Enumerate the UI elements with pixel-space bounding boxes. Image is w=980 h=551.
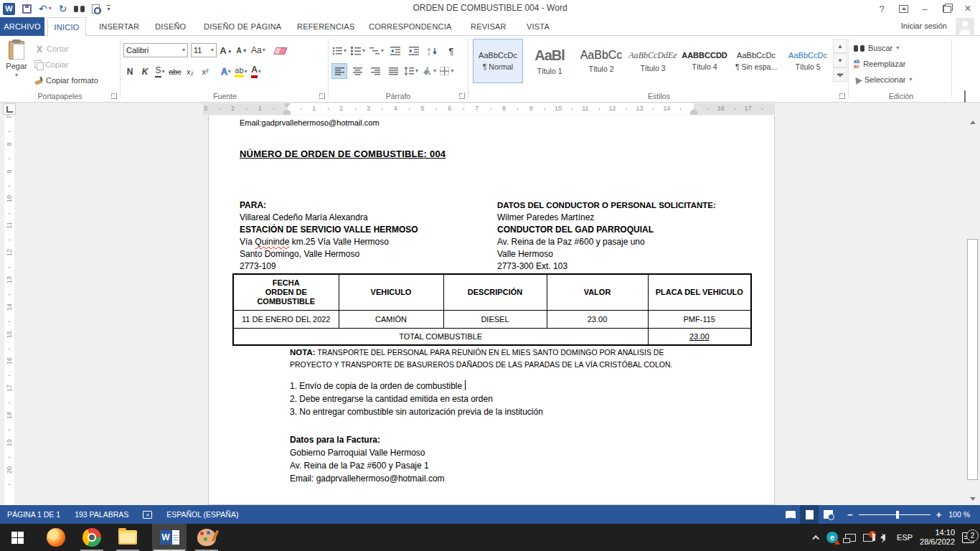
show-marks-button[interactable]: ¶ bbox=[443, 43, 459, 59]
styles-more-button[interactable]: ▬▼ bbox=[833, 67, 847, 82]
styles-dialog-launcher[interactable] bbox=[839, 93, 845, 99]
user-avatar[interactable] bbox=[956, 18, 974, 35]
tab-diseno[interactable]: DISEÑO bbox=[146, 17, 194, 36]
col-valor: VALOR bbox=[547, 274, 648, 310]
restore-button[interactable] bbox=[936, 1, 957, 17]
paste-button[interactable]: Pegar ▾ bbox=[3, 38, 30, 98]
tray-expand-icon[interactable] bbox=[812, 534, 819, 542]
style-titulo-2[interactable]: AaBbCcTítulo 2 bbox=[576, 39, 626, 83]
superscript-button[interactable]: x² bbox=[199, 65, 212, 79]
style-titulo-3[interactable]: AaBbCcDdEeTítulo 3 bbox=[628, 39, 678, 83]
close-button[interactable]: × bbox=[957, 1, 979, 17]
taskbar-paint[interactable] bbox=[192, 524, 221, 551]
multilevel-list-button[interactable]: ▾ bbox=[369, 43, 385, 59]
grow-font-button[interactable]: A▲ bbox=[220, 43, 232, 57]
read-mode-button[interactable] bbox=[781, 505, 800, 524]
scroll-up-button[interactable] bbox=[967, 116, 978, 128]
font-family-select[interactable]: Calibri▾ bbox=[123, 43, 188, 57]
borders-button[interactable]: ▾ bbox=[439, 63, 455, 79]
strikethrough-button[interactable]: abc bbox=[169, 65, 182, 79]
first-line-indent-marker[interactable] bbox=[283, 103, 291, 108]
paragraph-dialog-launcher[interactable] bbox=[458, 93, 465, 99]
tab-vista[interactable]: VISTA bbox=[518, 17, 558, 36]
shading-button[interactable]: ▾ bbox=[421, 63, 437, 79]
format-painter-button[interactable]: Copiar formato bbox=[34, 72, 98, 88]
keyboard-language[interactable]: ESP bbox=[897, 533, 913, 542]
print-layout-button[interactable] bbox=[800, 505, 819, 524]
align-left-button[interactable] bbox=[331, 63, 347, 79]
zoom-out-button[interactable]: − bbox=[847, 509, 853, 520]
sign-in-link[interactable]: Iniciar sesión bbox=[901, 22, 947, 30]
zoom-slider-thumb[interactable] bbox=[896, 511, 899, 519]
font-color-button[interactable]: A▾ bbox=[250, 65, 263, 79]
document-page[interactable]: Email:gadprvallehermoso@hotmail.com NÚME… bbox=[208, 116, 775, 505]
align-center-button[interactable] bbox=[349, 63, 365, 79]
clipboard-dialog-launcher[interactable] bbox=[110, 93, 117, 99]
minimize-button[interactable]: – bbox=[914, 1, 936, 17]
subscript-button[interactable]: x₂ bbox=[184, 65, 197, 79]
font-dialog-launcher[interactable] bbox=[319, 93, 325, 99]
style-titulo-5[interactable]: AaBbCcDcTítulo 5 bbox=[783, 39, 833, 83]
proofing-status[interactable]: × bbox=[136, 505, 159, 524]
h-ruler[interactable]: 12312345678910111213141617 bbox=[0, 103, 980, 116]
styles-scroll-down[interactable]: ▼ bbox=[833, 53, 847, 67]
text-effects-button[interactable]: A▾ bbox=[220, 65, 232, 79]
tab-referencias[interactable]: REFERENCIAS bbox=[288, 17, 363, 36]
scroll-down-button[interactable] bbox=[967, 493, 978, 504]
change-case-button[interactable]: Aa▾ bbox=[251, 43, 265, 57]
help-button[interactable]: ? bbox=[871, 1, 892, 17]
web-layout-button[interactable] bbox=[819, 505, 837, 524]
taskbar-clock[interactable]: 14:10 28/6/2022 bbox=[920, 528, 955, 547]
zoom-slider[interactable] bbox=[859, 514, 930, 515]
page-indicator[interactable]: PÁGINA 1 DE 1 bbox=[0, 505, 67, 524]
find-button[interactable]: Buscar▾ bbox=[854, 40, 913, 56]
speaker-icon[interactable] bbox=[880, 534, 885, 541]
font-size-select[interactable]: 11▾ bbox=[191, 43, 217, 57]
styles-scroll-up[interactable]: ▲ bbox=[833, 39, 847, 53]
align-right-button[interactable] bbox=[367, 63, 383, 79]
taskbar-word[interactable]: W bbox=[152, 524, 187, 551]
justify-button[interactable] bbox=[385, 63, 401, 79]
italic-button[interactable]: K bbox=[138, 65, 151, 79]
vertical-scrollbar[interactable] bbox=[966, 116, 979, 505]
action-center-icon[interactable] bbox=[863, 534, 873, 542]
clear-formatting-button[interactable] bbox=[274, 43, 287, 57]
word-count[interactable]: 193 PALABRAS bbox=[67, 505, 136, 524]
bullets-button[interactable]: ▾ bbox=[331, 43, 347, 59]
copy-button[interactable]: Copiar bbox=[34, 57, 98, 72]
line-spacing-button[interactable]: ▾ bbox=[403, 63, 419, 79]
tab-archivo[interactable]: ARCHIVO bbox=[0, 17, 44, 36]
ribbon-display-button[interactable] bbox=[892, 1, 914, 17]
highlight-color-button[interactable]: ab▾ bbox=[235, 65, 248, 79]
style-titulo-1[interactable]: AaBlTítulo 1 bbox=[524, 39, 575, 83]
tab-revisar[interactable]: REVISAR bbox=[462, 17, 515, 36]
increase-indent-button[interactable] bbox=[406, 43, 422, 59]
sort-button[interactable]: AZ bbox=[425, 43, 440, 59]
zoom-level[interactable]: 100 % bbox=[941, 505, 980, 524]
v-ruler[interactable]: 7891011121314151617181920 bbox=[4, 116, 14, 505]
tab-diseno-de-pagina[interactable]: DISEÑO DE PÁGINA bbox=[195, 17, 290, 36]
numbering-button[interactable]: ▾ bbox=[350, 43, 366, 59]
language-indicator[interactable]: ESPAÑOL (ESPAÑA) bbox=[159, 505, 245, 524]
taskbar-explorer[interactable] bbox=[113, 524, 142, 551]
taskbar-firefox[interactable] bbox=[42, 524, 70, 551]
underline-button[interactable]: S▾ bbox=[154, 65, 166, 79]
antivirus-tray-icon[interactable]: e bbox=[826, 532, 838, 543]
style-sin-espaciado[interactable]: AaBbCcDc¶ Sin espa... bbox=[731, 39, 781, 83]
style-normal[interactable]: AaBbCcDc¶ Normal bbox=[473, 39, 523, 83]
tab-insertar[interactable]: INSERTAR bbox=[90, 17, 148, 36]
taskbar-chrome[interactable] bbox=[77, 524, 106, 551]
scrollbar-thumb[interactable] bbox=[967, 239, 978, 480]
shrink-font-button[interactable]: A▼ bbox=[235, 43, 248, 57]
tab-inicio[interactable]: INICIO bbox=[47, 17, 86, 37]
decrease-indent-button[interactable] bbox=[387, 43, 403, 59]
network-tray-icon[interactable] bbox=[845, 534, 856, 542]
select-button[interactable]: Seleccionar▾ bbox=[854, 72, 913, 88]
bold-button[interactable]: N bbox=[123, 65, 136, 79]
zoom-in-button[interactable]: + bbox=[936, 509, 942, 520]
cut-button[interactable]: Cortar bbox=[34, 41, 98, 57]
replace-button[interactable]: abacReemplazar bbox=[854, 56, 913, 72]
start-button[interactable] bbox=[0, 524, 34, 551]
style-titulo-4[interactable]: AABBCCDDTítulo 4 bbox=[679, 39, 730, 83]
tab-correspondencia[interactable]: CORRESPONDENCIA bbox=[360, 17, 460, 36]
